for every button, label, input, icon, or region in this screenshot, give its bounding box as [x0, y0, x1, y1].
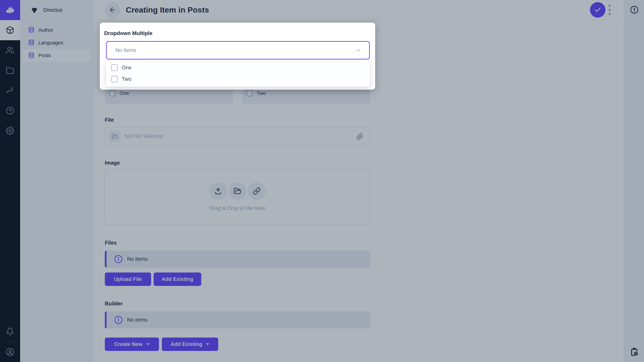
- dropdown-option-one[interactable]: One: [106, 62, 370, 73]
- checkbox-two[interactable]: [111, 76, 118, 82]
- checkbox-one[interactable]: [111, 64, 118, 71]
- dropdown-menu: One Two: [106, 61, 370, 87]
- dropdown-multiple-popover: Dropdown Multiple No Items One Two: [100, 23, 375, 90]
- chevron-up-icon: [355, 47, 362, 54]
- dropdown-select-value: No Items: [116, 42, 136, 59]
- dropdown-option-two[interactable]: Two: [106, 73, 370, 85]
- option-two-label: Two: [122, 76, 131, 82]
- option-one-label: One: [122, 65, 132, 71]
- dropdown-field-label: Dropdown Multiple: [104, 30, 152, 36]
- dropdown-select[interactable]: No Items: [106, 41, 370, 59]
